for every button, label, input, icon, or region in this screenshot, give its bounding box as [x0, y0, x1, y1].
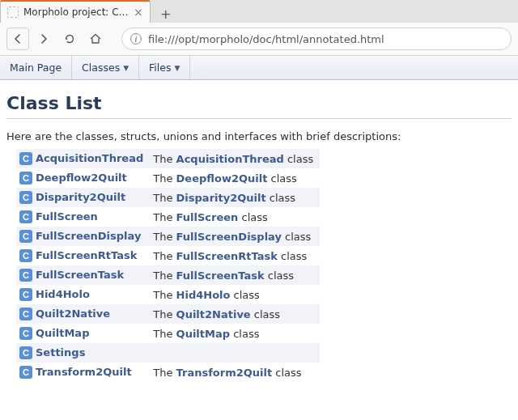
class-name-cell: CTransform2Quilt [16, 363, 150, 382]
class-link[interactable]: AcquisitionThread [36, 152, 143, 164]
back-button[interactable] [6, 28, 29, 50]
desc-link[interactable]: FullScreenRtTask [176, 250, 278, 262]
class-desc-cell: The Quilt2Native class [150, 304, 320, 324]
class-link[interactable]: Hid4Holo [36, 288, 90, 300]
chevron-down-icon: ▼ [175, 64, 180, 72]
chevron-down-icon: ▼ [123, 64, 129, 72]
class-icon: C [19, 172, 32, 185]
table-row: CFullScreenTaskThe FullScreenTask class [16, 265, 320, 285]
class-desc-cell: The QuiltMap class [150, 324, 320, 343]
class-desc-cell: The Disparity2Quilt class [150, 188, 320, 207]
close-icon[interactable]: × [134, 6, 143, 18]
tab-label: Files [149, 62, 171, 74]
class-name-cell: CFullScreenDisplay [16, 227, 150, 246]
class-name-cell: CAcquisitionThread [16, 149, 150, 168]
class-icon: C [19, 230, 32, 243]
forward-button[interactable] [32, 28, 55, 50]
desc-link[interactable]: Deepflow2Quilt [176, 172, 268, 185]
page-title: Class List [6, 93, 512, 119]
table-row: CAcquisitionThreadThe AcquisitionThread … [16, 149, 320, 168]
class-icon: C [19, 191, 32, 204]
table-row: CQuilt2NativeThe Quilt2Native class [16, 304, 320, 324]
browser-chrome: Morpholo project: Class Lis × + i file:/… [0, 0, 518, 56]
tab-strip: Morpholo project: Class Lis × + [0, 0, 518, 23]
class-link[interactable]: Settings [36, 346, 85, 358]
class-link[interactable]: FullScreenRtTask [36, 249, 137, 261]
favicon-icon [7, 6, 19, 18]
class-desc-cell: The Hid4Holo class [150, 285, 320, 304]
class-desc-cell [150, 343, 320, 363]
table-row: CTransform2QuiltThe Transform2Quilt clas… [16, 363, 320, 382]
page-content: Class List Here are the classes, structs… [0, 80, 518, 390]
class-name-cell: CQuiltMap [16, 324, 150, 343]
url-text: file:///opt/morpholo/doc/html/annotated.… [148, 33, 384, 45]
table-row: CDeepflow2QuiltThe Deepflow2Quilt class [16, 168, 320, 188]
class-link[interactable]: FullScreenDisplay [36, 230, 141, 242]
tab-files[interactable]: Files ▼ [139, 56, 190, 79]
table-row: CFullScreenThe FullScreen class [16, 207, 320, 227]
home-button[interactable] [84, 28, 107, 50]
class-icon: C [19, 288, 32, 301]
class-link[interactable]: Deepflow2Quilt [36, 172, 127, 184]
class-desc-cell: The FullScreenTask class [150, 265, 320, 285]
class-name-cell: CFullScreenTask [16, 265, 150, 285]
class-desc-cell: The FullScreenRtTask class [150, 246, 320, 265]
class-link[interactable]: QuiltMap [36, 327, 89, 339]
class-desc-cell: The FullScreen class [150, 207, 320, 227]
class-icon: C [19, 249, 32, 262]
desc-link[interactable]: Transform2Quilt [176, 367, 273, 379]
class-icon: C [19, 152, 32, 165]
class-link[interactable]: FullScreen [36, 210, 98, 223]
class-name-cell: CFullScreen [16, 207, 150, 227]
table-row: CHid4HoloThe Hid4Holo class [16, 285, 320, 304]
home-icon [89, 32, 102, 45]
desc-link[interactable]: FullScreenDisplay [176, 231, 282, 243]
desc-link[interactable]: QuiltMap [176, 328, 230, 340]
class-list-table: CAcquisitionThreadThe AcquisitionThread … [16, 149, 320, 382]
class-desc-cell: The Transform2Quilt class [150, 363, 320, 382]
desc-link[interactable]: FullScreenTask [176, 269, 265, 282]
class-name-cell: CDisparity2Quilt [16, 188, 150, 207]
class-desc-cell: The AcquisitionThread class [150, 149, 320, 168]
class-link[interactable]: Transform2Quilt [36, 366, 132, 378]
class-icon: C [19, 210, 32, 223]
class-icon: C [19, 327, 32, 340]
class-name-cell: CHid4Holo [16, 285, 150, 304]
tab-title: Morpholo project: Class Lis [23, 6, 129, 18]
url-bar[interactable]: i file:///opt/morpholo/doc/html/annotate… [121, 28, 512, 50]
class-link[interactable]: FullScreenTask [36, 269, 124, 281]
class-link[interactable]: Quilt2Native [36, 308, 110, 320]
desc-link[interactable]: Hid4Holo [176, 289, 231, 301]
class-icon: C [19, 346, 32, 359]
class-name-cell: CSettings [16, 343, 150, 363]
class-name-cell: CQuilt2Native [16, 304, 150, 324]
tab-classes[interactable]: Classes ▼ [72, 56, 139, 79]
class-link[interactable]: Disparity2Quilt [36, 191, 125, 203]
table-row: CDisparity2QuiltThe Disparity2Quilt clas… [16, 188, 320, 207]
table-row: CFullScreenDisplayThe FullScreenDisplay … [16, 227, 320, 246]
class-icon: C [19, 308, 32, 320]
class-name-cell: CFullScreenRtTask [16, 246, 150, 265]
desc-link[interactable]: AcquisitionThread [176, 153, 284, 165]
tab-label: Main Page [10, 62, 62, 74]
class-icon: C [19, 269, 32, 282]
doxygen-nav: Main Page Classes ▼ Files ▼ [0, 56, 518, 80]
browser-toolbar: i file:///opt/morpholo/doc/html/annotate… [0, 23, 518, 55]
desc-link[interactable]: Quilt2Native [176, 308, 251, 320]
class-desc-cell: The Deepflow2Quilt class [150, 168, 320, 188]
class-icon: C [19, 366, 32, 379]
info-icon[interactable]: i [130, 33, 142, 45]
desc-link[interactable]: FullScreen [176, 211, 239, 223]
tab-main-page[interactable]: Main Page [0, 56, 72, 79]
arrow-right-icon [37, 32, 50, 45]
reload-icon [63, 32, 76, 45]
intro-text: Here are the classes, structs, unions an… [6, 130, 512, 142]
reload-button[interactable] [58, 28, 81, 50]
class-name-cell: CDeepflow2Quilt [16, 168, 150, 188]
arrow-left-icon [11, 32, 24, 45]
new-tab-button[interactable]: + [155, 5, 176, 23]
table-row: CQuiltMapThe QuiltMap class [16, 324, 320, 343]
tab-label: Classes [82, 62, 120, 74]
browser-tab[interactable]: Morpholo project: Class Lis × [0, 0, 151, 23]
desc-link[interactable]: Disparity2Quilt [176, 192, 266, 204]
